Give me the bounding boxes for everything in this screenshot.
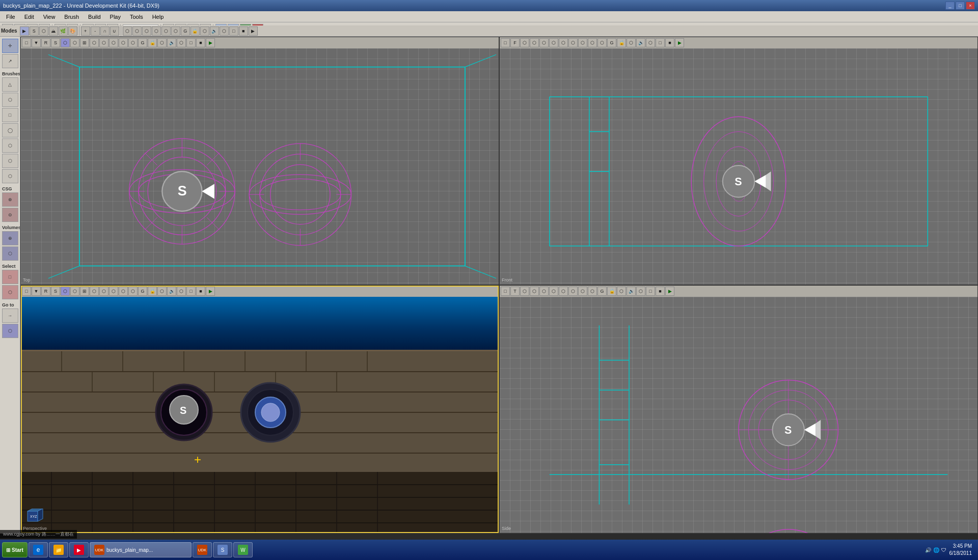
menu-build[interactable]: Build bbox=[84, 13, 104, 21]
vp-front-btn16[interactable]: ■ bbox=[665, 38, 674, 47]
vp-persp-opt4[interactable]: ⬡ bbox=[119, 287, 128, 296]
vp-persp-grid[interactable]: ⊞ bbox=[80, 287, 89, 296]
volume-add-btn[interactable]: ⊕ bbox=[2, 231, 18, 245]
vp-grid-btn[interactable]: ⊞ bbox=[80, 38, 89, 47]
vp-front-btn2[interactable]: ⬡ bbox=[520, 38, 529, 47]
select-none-btn[interactable]: ⬡ bbox=[2, 285, 18, 299]
vp-front-lock[interactable]: 🔒 bbox=[617, 38, 626, 47]
taskbar-app4[interactable]: W bbox=[233, 542, 253, 557]
vp-persp-play[interactable]: ▶ bbox=[206, 287, 215, 296]
vp-opt6[interactable]: G bbox=[138, 38, 147, 47]
vp-persp-max[interactable]: □ bbox=[22, 287, 31, 296]
vp-show-btn[interactable]: S bbox=[51, 38, 60, 47]
vp-opt7[interactable]: ⬡ bbox=[157, 38, 167, 47]
vp-persp-show[interactable]: S bbox=[51, 287, 60, 296]
vp-front-btn14[interactable]: ⬡ bbox=[646, 38, 655, 47]
vp-side-play[interactable]: ▶ bbox=[665, 287, 674, 296]
maximize-button[interactable]: □ bbox=[956, 2, 965, 10]
brush-deintersect[interactable]: ∪ bbox=[110, 26, 119, 36]
vp-side-btn9[interactable]: G bbox=[597, 287, 607, 296]
brush-intersect[interactable]: ∩ bbox=[100, 26, 110, 36]
vp-side-view[interactable]: T bbox=[510, 287, 520, 296]
brush-cone-btn[interactable]: ⬡ bbox=[2, 93, 18, 107]
menu-view[interactable]: View bbox=[39, 13, 60, 21]
taskbar-explorer[interactable]: 📁 bbox=[49, 542, 68, 557]
vp-side-btn13[interactable]: □ bbox=[646, 287, 655, 296]
brush-sheet-btn[interactable]: ⬡ bbox=[2, 138, 18, 153]
mode-btn6[interactable]: ⬡ bbox=[132, 26, 142, 36]
vp-wire-btn[interactable]: ⬡ bbox=[70, 38, 79, 47]
menu-brush[interactable]: Brush bbox=[60, 13, 83, 21]
vp-front-btn9[interactable]: ⬡ bbox=[588, 38, 597, 47]
vp-lit-btn[interactable]: ⬡ bbox=[61, 38, 70, 47]
vp-front-btn4[interactable]: ⬡ bbox=[539, 38, 549, 47]
window-controls[interactable]: _ □ × bbox=[945, 2, 975, 10]
vp-side-max[interactable]: □ bbox=[501, 287, 510, 296]
volume-sub-btn[interactable]: ⬡ bbox=[2, 246, 18, 261]
vp-front-btn6[interactable]: ⬡ bbox=[559, 38, 568, 47]
vp-persp-view[interactable]: ▼ bbox=[32, 287, 41, 296]
mode-geometry[interactable]: S bbox=[30, 26, 39, 36]
goto2-btn[interactable]: ⬡ bbox=[2, 324, 18, 338]
mode-btn10[interactable]: ⬡ bbox=[171, 26, 180, 36]
vp-front-play[interactable]: ▶ bbox=[675, 38, 684, 47]
mode-btn17[interactable]: ■ bbox=[239, 26, 248, 36]
vp-front-btn7[interactable]: ⬡ bbox=[568, 38, 578, 47]
vp-side-btn10[interactable]: ⬡ bbox=[617, 287, 626, 296]
vp-persp-g[interactable]: G bbox=[138, 287, 147, 296]
mode-btn15[interactable]: ⬡ bbox=[220, 26, 229, 36]
vp-opt2[interactable]: ⬡ bbox=[99, 38, 108, 47]
brush-box-btn[interactable]: △ bbox=[2, 77, 18, 92]
vp-side-btn8[interactable]: ⬡ bbox=[588, 287, 597, 296]
vp-persp-lock[interactable]: 🔒 bbox=[148, 287, 157, 296]
minimize-button[interactable]: _ bbox=[945, 2, 955, 10]
vp-side-btn6[interactable]: ⬡ bbox=[568, 287, 578, 296]
vp-front-btn5[interactable]: ⬡ bbox=[549, 38, 558, 47]
vp-persp-opt5[interactable]: ⬡ bbox=[128, 287, 138, 296]
menu-help[interactable]: Help bbox=[148, 13, 168, 21]
menu-file[interactable]: File bbox=[2, 13, 19, 21]
vp-side-btn14[interactable]: ■ bbox=[656, 287, 665, 296]
vp-opt3[interactable]: ⬡ bbox=[109, 38, 118, 47]
vp-lock[interactable]: 🔒 bbox=[148, 38, 157, 47]
csg-subtract-btn[interactable]: ⊖ bbox=[2, 208, 18, 222]
vp-persp-opt2[interactable]: ⬡ bbox=[99, 287, 108, 296]
vp-opt4[interactable]: ⬡ bbox=[119, 38, 128, 47]
mode-terrain[interactable]: ⛰ bbox=[49, 26, 58, 36]
vp-persp-opt7[interactable]: ⬡ bbox=[177, 287, 186, 296]
brush-sphere-btn[interactable]: ◯ bbox=[2, 123, 18, 137]
mode-btn5[interactable]: ⬡ bbox=[123, 26, 132, 36]
mode-btn12[interactable]: 🔒 bbox=[191, 26, 200, 36]
vp-side-btn2[interactable]: ⬡ bbox=[530, 287, 539, 296]
mode-btn11[interactable]: G bbox=[181, 26, 190, 36]
vp-side-btn4[interactable]: ⬡ bbox=[549, 287, 558, 296]
vp-side-btn5[interactable]: ⬡ bbox=[559, 287, 568, 296]
vp-real-btn[interactable]: R bbox=[41, 38, 50, 47]
mode-btn14[interactable]: 🔊 bbox=[210, 26, 219, 36]
viewport-side[interactable]: □ T ⬡ ⬡ ⬡ ⬡ ⬡ ⬡ ⬡ ⬡ G 🔒 ⬡ 🔊 ⬡ □ ■ ▶ bbox=[499, 285, 978, 534]
taskbar-media[interactable]: ▶ bbox=[69, 542, 89, 557]
menu-play[interactable]: Play bbox=[106, 13, 125, 21]
vp-front-btn12[interactable]: ⬡ bbox=[627, 38, 636, 47]
vp-play-btn[interactable]: ▶ bbox=[206, 38, 215, 47]
left-select-btn[interactable]: ✛ bbox=[2, 39, 18, 53]
vp-side-btn1[interactable]: ⬡ bbox=[520, 287, 529, 296]
select-all-btn[interactable]: □ bbox=[2, 270, 18, 284]
vp-opt1[interactable]: ⬡ bbox=[90, 38, 99, 47]
taskbar-udk2[interactable]: UDK bbox=[193, 542, 212, 557]
vp-persp-opt6[interactable]: ⬡ bbox=[157, 287, 167, 296]
vp-persp-sound[interactable]: 🔊 bbox=[167, 287, 176, 296]
csg-add-btn[interactable]: ⊕ bbox=[2, 192, 18, 207]
menu-edit[interactable]: Edit bbox=[20, 13, 38, 21]
vp-front-btn11[interactable]: G bbox=[607, 38, 616, 47]
vp-persp-opt1[interactable]: ⬡ bbox=[90, 287, 99, 296]
vp-opt10[interactable]: □ bbox=[186, 38, 196, 47]
vp-opt5[interactable]: ⬡ bbox=[128, 38, 138, 47]
goto-btn[interactable]: → bbox=[2, 309, 18, 323]
vp-front-btn15[interactable]: □ bbox=[656, 38, 665, 47]
vp-front-btn10[interactable]: ⬡ bbox=[597, 38, 607, 47]
vp-persp-lit[interactable]: ⬡ bbox=[61, 287, 70, 296]
left-move-btn[interactable]: ↗ bbox=[2, 54, 18, 68]
vp-opt9[interactable]: ⬡ bbox=[177, 38, 186, 47]
brush-curved-btn[interactable]: ⬡ bbox=[2, 169, 18, 183]
